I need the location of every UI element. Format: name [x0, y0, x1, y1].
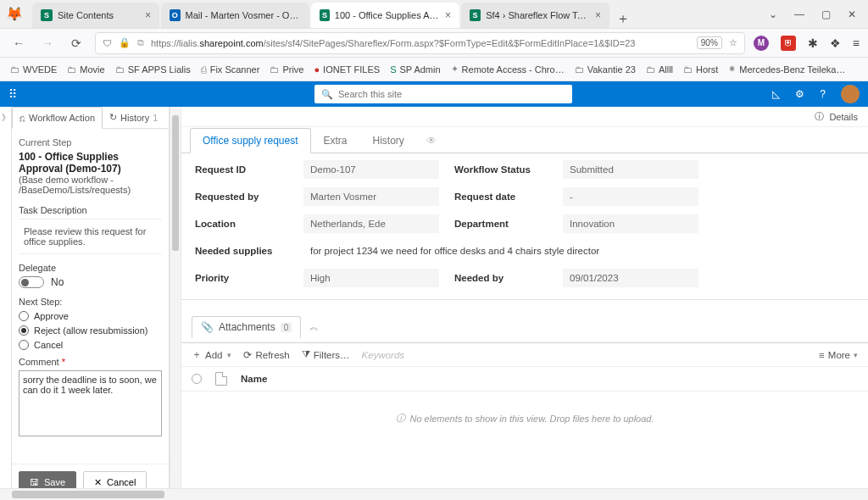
minimize-icon[interactable]: ― [794, 8, 804, 20]
user-avatar[interactable] [841, 85, 860, 103]
app-launcher-icon[interactable]: ⠿ [8, 87, 16, 101]
field-location[interactable]: Netherlands, Ede [303, 214, 439, 233]
tab-workflow-action[interactable]: ⎌ Workflow Action [12, 107, 103, 129]
close-icon: ✕ [94, 477, 102, 488]
filters-button[interactable]: ⧩ Filters… [302, 349, 350, 360]
bookmark-item[interactable]: 🗀Vakantie 23 [575, 64, 636, 75]
details-label[interactable]: Details [829, 112, 858, 122]
address-bar: ← → ⟳ 🛡 🔒 ⧉ https://lialis.sharepoint.co… [0, 29, 868, 58]
url-text: https://lialis.sharepoint.com/sites/sf4/… [151, 38, 635, 48]
radio-icon[interactable] [19, 325, 29, 336]
delegate-label: Delegate [19, 263, 162, 273]
extension-icon[interactable]: ❖ [830, 36, 841, 50]
extension-icon[interactable]: ⛨ [781, 36, 796, 51]
forward-button[interactable]: → [37, 36, 58, 50]
zoom-indicator[interactable]: 90% [697, 36, 722, 49]
extension-icon[interactable]: ✱ [808, 36, 818, 50]
option-approve[interactable]: Approve [19, 311, 162, 321]
tab-history[interactable]: History [360, 128, 417, 153]
site-search-input[interactable]: 🔍 Search this site [314, 85, 572, 103]
app-body: 》 ⎌ Workflow Action ↻ History 1 Current … [0, 107, 868, 500]
vertical-scrollbar[interactable] [170, 107, 181, 500]
column-name[interactable]: Name [241, 374, 267, 384]
refresh-button[interactable]: ⟳ Refresh [243, 349, 289, 361]
workflow-icon: ⎌ [19, 113, 25, 123]
comment-textarea[interactable] [19, 370, 162, 436]
collapse-icon[interactable]: ︽ [309, 320, 319, 333]
bookmark-item[interactable]: ●IONET FILES [314, 64, 380, 75]
bookmark-item[interactable]: SSP Admin [390, 64, 440, 75]
more-menu[interactable]: ≡ More ▾ [819, 350, 858, 360]
back-button[interactable]: ← [8, 36, 29, 50]
delegate-toggle[interactable]: No [19, 276, 162, 288]
browser-tab[interactable]: S Site Contents × [32, 3, 159, 28]
bookmark-item[interactable]: 🗀Allll [646, 64, 673, 75]
search-placeholder: Search this site [338, 89, 402, 99]
field-request-id[interactable]: Demo-107 [303, 160, 439, 179]
bookmark-item[interactable]: 🗀SF APPS Lialis [115, 64, 191, 75]
step-subtitle: (Base demo workflow - /BaseDemo/Lists/re… [19, 175, 162, 195]
close-icon[interactable]: × [145, 9, 151, 21]
scrollbar-thumb[interactable] [12, 491, 164, 498]
field-requested-by[interactable]: Marten Vosmer [303, 187, 439, 206]
new-tab-button[interactable]: ＋ [611, 10, 635, 28]
close-icon[interactable]: × [445, 9, 451, 21]
settings-gear-icon[interactable]: ⚙ [795, 88, 804, 100]
bookmark-item[interactable]: ✦Remote Access - Chro… [451, 64, 565, 75]
keywords-input[interactable]: Keywords [362, 350, 405, 360]
radio-icon[interactable] [19, 340, 29, 350]
label-priority: Priority [195, 273, 288, 283]
attachments-empty-state[interactable]: ⓘ No elements to show in this view. Drop… [181, 392, 868, 445]
option-reject[interactable]: Reject (allow resubmission) [19, 325, 162, 336]
radio-icon[interactable] [19, 311, 29, 321]
help-icon[interactable]: ? [820, 88, 826, 100]
tab-extra[interactable]: Extra [311, 128, 360, 153]
select-all-checkbox[interactable] [192, 374, 202, 384]
option-cancel[interactable]: Cancel [19, 340, 162, 350]
label-department: Department [454, 219, 548, 229]
tab-label: Sf4 › Shareflex Flow Tasks [486, 10, 590, 20]
url-input[interactable]: 🛡 🔒 ⧉ https://lialis.sharepoint.com/site… [95, 32, 745, 54]
label-needed-supplies: Needed supplies [195, 246, 288, 256]
browser-tab[interactable]: S Sf4 › Shareflex Flow Tasks × [461, 3, 609, 28]
toggle-switch[interactable] [19, 276, 44, 288]
close-icon[interactable]: × [595, 9, 601, 21]
window-controls: ⌄ ― ▢ ✕ [757, 0, 868, 28]
browser-tab-active[interactable]: S 100 - Office Supplies Approval × [311, 3, 459, 28]
bookmarks-bar: 🗀WVEDE 🗀Movie 🗀SF APPS Lialis ⎙Fix Scann… [0, 58, 868, 81]
add-button[interactable]: ＋ Add [192, 348, 231, 361]
field-request-date[interactable]: - [563, 187, 698, 206]
reload-button[interactable]: ⟳ [66, 36, 86, 50]
field-needed-by[interactable]: 09/01/2023 [563, 269, 698, 287]
delegate-value: No [51, 276, 64, 288]
collapse-gutter[interactable]: 》 [0, 107, 12, 500]
browser-titlebar: 🦊 S Site Contents × O Mail - Marten Vosm… [0, 0, 868, 29]
info-icon: ⓘ [396, 412, 405, 425]
maximize-icon[interactable]: ▢ [821, 8, 831, 20]
field-needed-supplies[interactable]: for project 1234 we need for office desk… [303, 242, 698, 260]
tab-attachments[interactable]: 📎 Attachments 0 [192, 316, 301, 338]
firefox-logo: 🦊 [0, 0, 29, 28]
horizontal-scrollbar[interactable] [0, 488, 868, 500]
history-icon: ↻ [109, 112, 117, 123]
bookmark-item[interactable]: 🗀Movie [67, 64, 104, 75]
menu-icon[interactable]: ≡ [853, 36, 860, 50]
browser-tab[interactable]: O Mail - Marten Vosmer - Outlook [161, 3, 309, 28]
info-icon[interactable]: ⓘ [815, 110, 824, 123]
chevron-down-icon[interactable]: ⌄ [769, 8, 777, 20]
megaphone-icon[interactable]: ◺ [772, 88, 780, 100]
field-priority[interactable]: High [303, 269, 439, 287]
bookmark-star-icon[interactable]: ☆ [729, 37, 737, 48]
bookmark-item[interactable]: 🗀Prive [270, 64, 303, 75]
scrollbar-thumb[interactable] [172, 115, 179, 251]
bookmark-item[interactable]: 🗀Horst [683, 64, 718, 75]
bookmark-item[interactable]: ⎙Fix Scanner [201, 64, 260, 75]
bookmark-item[interactable]: ✷Mercedes-Benz Teileka… [728, 64, 845, 75]
tab-history[interactable]: ↻ History 1 [103, 107, 164, 128]
hidden-tab-icon[interactable]: 👁 [417, 128, 446, 153]
tab-office-supply-request[interactable]: Office supply request [190, 128, 311, 153]
profile-badge-icon[interactable]: M [754, 36, 769, 51]
close-window-icon[interactable]: ✕ [848, 8, 856, 20]
bookmark-item[interactable]: 🗀WVEDE [10, 64, 57, 75]
field-department[interactable]: Innovation [563, 214, 698, 233]
